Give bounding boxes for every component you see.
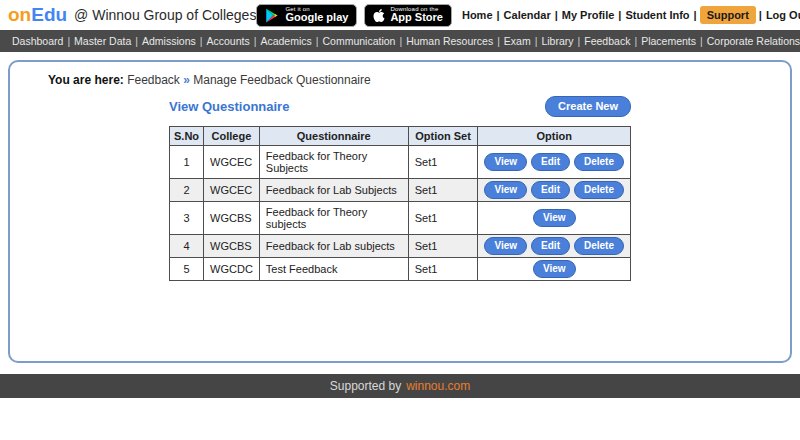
view-button[interactable]: View	[484, 181, 527, 199]
navbar-divider: |	[316, 35, 319, 47]
row-college: WGCBS	[204, 235, 260, 258]
row-options-cell: View	[478, 258, 631, 281]
column-header-s-no: S.No	[170, 127, 204, 146]
row-serial-number: 4	[170, 235, 204, 258]
navbar-divider: |	[535, 35, 538, 47]
navbar-divider: |	[67, 35, 70, 47]
view-button[interactable]: View	[484, 237, 527, 255]
header-nav-home[interactable]: Home	[461, 9, 494, 21]
header-nav-support[interactable]: Support	[700, 6, 756, 24]
row-questionnaire: Feedback for Lab Subjects	[259, 179, 408, 202]
navbar-item-accounts[interactable]: Accounts	[206, 35, 249, 47]
navbar-item-corporate-relations[interactable]: Corporate Relations	[707, 35, 800, 47]
row-questionnaire: Feedback for Lab subjects	[259, 235, 408, 258]
row-college: WGCEC	[204, 179, 260, 202]
edit-button[interactable]: Edit	[531, 181, 570, 199]
view-button[interactable]: View	[533, 209, 576, 227]
table-row: 3WGCBSFeedback for Theory subjectsSet1Vi…	[170, 202, 631, 235]
breadcrumb-section-feedback[interactable]: Feedback	[127, 73, 180, 87]
row-college: WGCBS	[204, 202, 260, 235]
delete-button[interactable]: Delete	[574, 153, 624, 171]
row-option-set: Set1	[408, 235, 478, 258]
view-button[interactable]: View	[484, 153, 527, 171]
google-play-icon	[265, 7, 280, 24]
header-nav-divider: |	[555, 9, 558, 21]
module-navbar: Dashboard|Master Data|Admissions|Account…	[0, 30, 800, 52]
app-store-badge[interactable]: Download on the App Store	[364, 4, 452, 27]
navbar-divider: |	[254, 35, 257, 47]
logo-text-on: on	[8, 4, 31, 25]
breadcrumb-prefix: You are here:	[48, 73, 124, 87]
navbar-divider: |	[200, 35, 203, 47]
apple-icon	[373, 8, 385, 23]
row-college: WGCDC	[204, 258, 260, 281]
table-row: 5WGCDCTest FeedbackSet1View	[170, 258, 631, 281]
google-play-badge[interactable]: Get it on Google play	[256, 4, 357, 27]
header-nav: Home|Calendar|My Profile|Student Info|Su…	[461, 6, 800, 24]
row-options-cell: ViewEditDelete	[478, 179, 631, 202]
create-new-button[interactable]: Create New	[545, 96, 631, 117]
edit-button[interactable]: Edit	[531, 153, 570, 171]
column-header-option: Option	[478, 127, 631, 146]
header-nav-divider: |	[618, 9, 621, 21]
row-college: WGCEC	[204, 146, 260, 179]
header-nav-divider: |	[759, 9, 762, 21]
navbar-item-admissions[interactable]: Admissions	[142, 35, 196, 47]
header-nav-log-out[interactable]: Log Out	[765, 9, 800, 21]
breadcrumb: You are here: Feedback » Manage Feedback…	[10, 62, 790, 87]
edit-button[interactable]: Edit	[531, 237, 570, 255]
navbar-item-feedback[interactable]: Feedback	[584, 35, 630, 47]
navbar-item-dashboard[interactable]: Dashboard	[12, 35, 63, 47]
navbar-divider: |	[634, 35, 637, 47]
logo-text-edu: Edu	[31, 4, 67, 25]
breadcrumb-current-page: Manage Feedback Questionnaire	[193, 73, 370, 87]
navbar-item-placements[interactable]: Placements	[641, 35, 696, 47]
navbar-divider: |	[399, 35, 402, 47]
header-nav-divider: |	[497, 9, 500, 21]
row-option-set: Set1	[408, 146, 478, 179]
header-nav-calendar[interactable]: Calendar	[503, 9, 552, 21]
row-option-set: Set1	[408, 258, 478, 281]
column-header-questionnaire: Questionnaire	[259, 127, 408, 146]
app-store-label: App Store	[390, 12, 443, 24]
page-title: View Questionnaire	[169, 99, 289, 114]
onedu-logo[interactable]: onEdu	[8, 4, 67, 26]
navbar-divider: |	[497, 35, 500, 47]
table-row: 2WGCECFeedback for Lab SubjectsSet1ViewE…	[170, 179, 631, 202]
row-questionnaire: Feedback for Theory subjects	[259, 202, 408, 235]
navbar-item-academics[interactable]: Academics	[260, 35, 311, 47]
delete-button[interactable]: Delete	[574, 181, 624, 199]
header-nav-student-info[interactable]: Student Info	[624, 9, 690, 21]
view-button[interactable]: View	[533, 260, 576, 278]
delete-button[interactable]: Delete	[574, 237, 624, 255]
row-options-cell: ViewEditDelete	[478, 235, 631, 258]
row-serial-number: 1	[170, 146, 204, 179]
table-row: 1WGCECFeedback for Theory SubjectsSet1Vi…	[170, 146, 631, 179]
navbar-item-communication[interactable]: Communication	[322, 35, 395, 47]
header-nav-divider: |	[694, 9, 697, 21]
header-nav-my-profile[interactable]: My Profile	[561, 9, 616, 21]
top-header: onEdu @ Winnou Group of Colleges Get it …	[0, 0, 800, 30]
row-serial-number: 3	[170, 202, 204, 235]
row-questionnaire: Feedback for Theory Subjects	[259, 146, 408, 179]
store-badges: Get it on Google play Download on the Ap…	[256, 4, 452, 27]
row-questionnaire: Test Feedback	[259, 258, 408, 281]
navbar-item-human-resources[interactable]: Human Resources	[406, 35, 493, 47]
navbar-item-library[interactable]: Library	[541, 35, 573, 47]
footer-text: Supported by	[330, 379, 401, 393]
table-row: 4WGCBSFeedback for Lab subjectsSet1ViewE…	[170, 235, 631, 258]
questionnaire-table: S.NoCollegeQuestionnaireOption SetOption…	[169, 126, 631, 281]
row-options-cell: View	[478, 202, 631, 235]
footer-bar: Supported by winnou.com	[0, 374, 800, 398]
footer-winnou-link[interactable]: winnou.com	[406, 379, 470, 393]
row-serial-number: 5	[170, 258, 204, 281]
row-option-set: Set1	[408, 202, 478, 235]
row-options-cell: ViewEditDelete	[478, 146, 631, 179]
row-serial-number: 2	[170, 179, 204, 202]
navbar-divider: |	[700, 35, 703, 47]
breadcrumb-separator-icon: »	[183, 73, 190, 87]
column-header-college: College	[204, 127, 260, 146]
navbar-item-master-data[interactable]: Master Data	[74, 35, 131, 47]
navbar-item-exam[interactable]: Exam	[504, 35, 531, 47]
content-box: You are here: Feedback » Manage Feedback…	[8, 60, 792, 363]
